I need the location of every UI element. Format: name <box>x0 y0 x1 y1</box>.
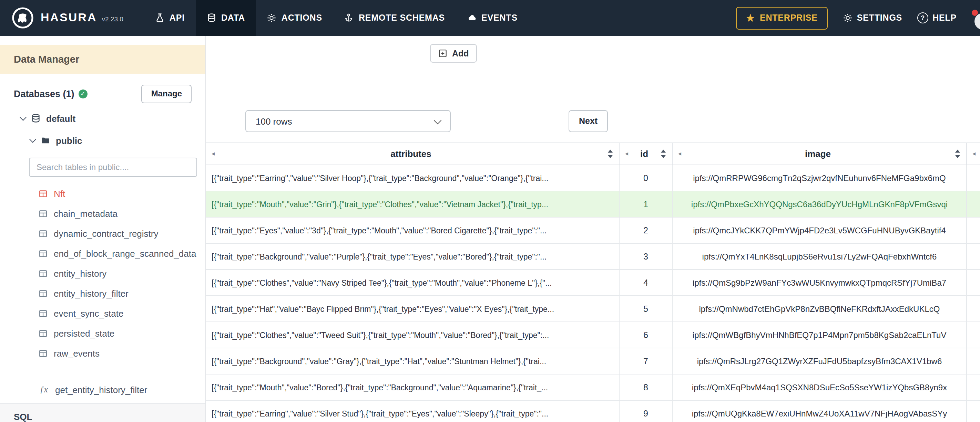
sidebar-item-table[interactable]: event_sync_state <box>0 304 205 324</box>
nav-events[interactable]: EVENTS <box>456 0 528 36</box>
databases-label: Databases (1) <box>14 89 75 99</box>
nav-settings[interactable]: SETTINGS <box>843 13 902 23</box>
table-row[interactable]: [{"trait_type":"Hat","value":"Bayc Flipp… <box>206 296 980 322</box>
database-name: default <box>46 113 75 124</box>
table-name: persisted_state <box>54 328 115 339</box>
cell-attributes: [{"trait_type":"Earring","value":"Silver… <box>206 401 619 422</box>
nav-actions[interactable]: ACTIONS <box>256 0 333 36</box>
sidebar-item-function[interactable]: ƒx get_entity_history_filter <box>0 380 205 400</box>
sidebar-item-table[interactable]: chain_metadata <box>0 204 205 224</box>
chevron-down-icon[interactable] <box>29 136 36 143</box>
sidebar-item-table[interactable]: entity_history <box>0 264 205 284</box>
folder-icon <box>41 136 50 145</box>
nav-remote-schemas[interactable]: REMOTE SCHEMAS <box>333 0 456 36</box>
sort-icon[interactable] <box>607 149 613 158</box>
data-sidebar: Data Manager Databases (1) ✓ Manage defa… <box>0 36 206 422</box>
function-icon: ƒx <box>38 385 49 395</box>
table-name: Nft <box>54 189 65 199</box>
gear-icon <box>843 13 853 23</box>
table-name: dynamic_contract_registry <box>54 228 158 239</box>
cell-clipped <box>966 374 980 400</box>
nav-data-label: DATA <box>221 13 245 23</box>
table-row[interactable]: [{"trait_type":"Eyes","value":"3d"},{"tr… <box>206 217 980 244</box>
brand[interactable]: HASURA v2.23.0 <box>0 0 123 36</box>
cell-image: ipfs://QmSg9bPzW9anFYc3wWU5KnvymwkxQTpmq… <box>672 270 966 295</box>
collapse-column-icon[interactable]: ◂ <box>972 151 975 157</box>
sidebar-item-table-nft[interactable]: Nft <box>0 184 205 204</box>
cell-image: ipfs://QmNwbd7ctEhGpVkP8nZvBBQfiNeFKRdxf… <box>672 296 966 322</box>
sidebar-item-table[interactable]: entity_history_filter <box>0 284 205 304</box>
next-page-button[interactable]: Next <box>569 110 608 132</box>
column-header-id[interactable]: ◂ id <box>619 143 672 165</box>
nav-remote-schemas-label: REMOTE SCHEMAS <box>359 13 445 23</box>
cell-attributes: [{"trait_type":"Earring","value":"Silver… <box>206 165 619 191</box>
nav-api[interactable]: API <box>144 0 196 36</box>
help-label: HELP <box>932 13 956 23</box>
table-icon <box>38 209 48 218</box>
table-row[interactable]: [{"trait_type":"Mouth","value":"Bored"},… <box>206 374 980 401</box>
nav-help[interactable]: ? HELP <box>917 13 956 24</box>
sidebar-item-table[interactable]: persisted_state <box>0 324 205 344</box>
table-row[interactable]: [{"trait_type":"Earring","value":"Silver… <box>206 401 980 422</box>
table-icon <box>38 189 48 198</box>
table-icon <box>38 229 48 238</box>
notifications-button[interactable] <box>972 8 980 28</box>
column-header-attributes[interactable]: ◂ attributes <box>206 143 619 165</box>
table-row[interactable]: [{"trait_type":"Background","value":"Pur… <box>206 244 980 270</box>
cell-image: ipfs://QmYxT4LnK8sqLupjbS6eRvu1si7Ly2wFQ… <box>672 244 966 269</box>
sidebar-item-table[interactable]: dynamic_contract_registry <box>0 224 205 244</box>
add-row-button[interactable]: Add <box>430 44 477 63</box>
collapse-column-icon[interactable]: ◂ <box>625 151 628 157</box>
nav-right: ★ ENTERPRISE SETTINGS ? HELP <box>736 0 980 36</box>
table-name: raw_events <box>54 348 100 359</box>
database-icon <box>31 114 41 123</box>
cell-clipped <box>966 401 980 422</box>
sort-icon[interactable] <box>955 149 961 158</box>
manage-button[interactable]: Manage <box>142 84 192 103</box>
rows-select-value: 100 rows <box>256 116 292 126</box>
cell-clipped <box>966 296 980 322</box>
table-row[interactable]: [{"trait_type":"Earring","value":"Silver… <box>206 165 980 191</box>
cell-clipped <box>966 191 980 217</box>
column-header-clipped[interactable]: ◂ <box>966 143 980 165</box>
sort-icon[interactable] <box>660 149 667 158</box>
cell-image: ipfs://QmcJYkCKK7QPmYWjp4FD2e3Lv5WCGFuHN… <box>672 217 966 243</box>
table-row-highlighted[interactable]: [{"trait_type":"Mouth","value":"Grin"},{… <box>206 191 980 217</box>
chevron-down-icon <box>434 116 442 124</box>
notification-badge <box>972 10 978 16</box>
databases-row: Databases (1) ✓ Manage <box>0 83 205 104</box>
sql-section[interactable]: SQL <box>0 403 205 422</box>
collapse-column-icon[interactable]: ◂ <box>678 151 681 157</box>
data-manager-header: Data Manager <box>0 45 205 74</box>
sql-label: SQL <box>14 412 32 422</box>
nav-data[interactable]: DATA <box>196 0 256 36</box>
cell-attributes: [{"trait_type":"Clothes","value":"Navy S… <box>206 270 619 295</box>
cell-attributes: [{"trait_type":"Eyes","value":"3d"},{"tr… <box>206 217 619 243</box>
column-label: image <box>681 149 955 159</box>
tree-item-schema-public[interactable]: public <box>0 132 205 149</box>
grid-header: ◂ attributes ◂ id ◂ <box>206 143 980 165</box>
table-icon <box>38 249 48 258</box>
collapse-column-icon[interactable]: ◂ <box>212 151 215 157</box>
chevron-down-icon[interactable] <box>20 114 27 121</box>
add-label: Add <box>452 49 469 58</box>
table-search-input[interactable] <box>29 158 197 177</box>
nav-actions-label: ACTIONS <box>282 13 322 23</box>
plus-square-icon <box>438 49 447 58</box>
anchor-icon <box>344 13 354 23</box>
flask-icon <box>155 13 165 23</box>
cell-id: 4 <box>619 270 672 295</box>
table-row[interactable]: [{"trait_type":"Background","value":"Gra… <box>206 348 980 374</box>
rows-per-page-select[interactable]: 100 rows <box>245 110 451 132</box>
cell-attributes: [{"trait_type":"Mouth","value":"Bored"},… <box>206 374 619 400</box>
enterprise-button[interactable]: ★ ENTERPRISE <box>736 6 828 29</box>
cell-attributes: [{"trait_type":"Clothes","value":"Tweed … <box>206 322 619 347</box>
settings-label: SETTINGS <box>857 13 902 23</box>
sidebar-item-table[interactable]: raw_events <box>0 344 205 363</box>
table-name: entity_history_filter <box>54 289 129 299</box>
table-row[interactable]: [{"trait_type":"Clothes","value":"Navy S… <box>206 270 980 296</box>
table-row[interactable]: [{"trait_type":"Clothes","value":"Tweed … <box>206 322 980 348</box>
column-header-image[interactable]: ◂ image <box>672 143 966 165</box>
sidebar-item-table[interactable]: end_of_block_range_scanned_data <box>0 244 205 264</box>
tree-item-database-default[interactable]: default <box>0 109 205 127</box>
